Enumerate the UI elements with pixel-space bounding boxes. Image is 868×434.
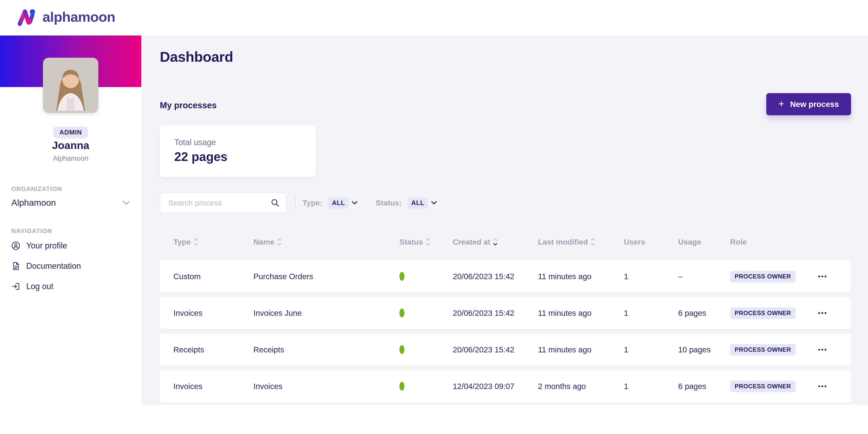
column-header-status[interactable]: Status (399, 238, 453, 246)
column-header-last-modified[interactable]: Last modified (538, 238, 624, 246)
chevron-down-icon (122, 200, 130, 205)
status-filter-value[interactable]: ALL (408, 197, 428, 209)
total-usage-value: 22 pages (174, 149, 316, 164)
cell-type: Receipts (174, 345, 253, 354)
sidebar-item-label: Documentation (26, 261, 81, 271)
search-icon[interactable] (271, 198, 280, 207)
status-active-icon (399, 345, 404, 354)
row-actions-menu-icon[interactable] (816, 309, 828, 317)
cell-type: Custom (174, 272, 253, 281)
cell-users: 1 (624, 382, 678, 391)
search-box[interactable] (160, 193, 286, 213)
cell-name: Receipts (253, 345, 399, 354)
brand-logo[interactable]: alphamoon (17, 7, 115, 26)
type-filter-value[interactable]: ALL (328, 197, 348, 209)
sort-icon-active-desc[interactable] (493, 238, 498, 246)
document-icon (11, 261, 20, 271)
row-actions-menu-icon[interactable] (816, 272, 828, 281)
organization-section-label: ORGANIZATION (11, 186, 62, 193)
role-badge: PROCESS OWNER (730, 344, 796, 355)
sidebar-item-label: Your profile (26, 241, 67, 250)
user-circle-icon (11, 241, 20, 250)
row-actions-menu-icon[interactable] (816, 346, 828, 354)
cell-name: Purchase Orders (253, 272, 399, 281)
main-content: Dashboard My processes + New process Tot… (142, 35, 868, 405)
avatar[interactable] (43, 58, 98, 113)
chevron-down-icon[interactable] (431, 201, 437, 205)
cell-created-at: 20/06/2023 15:42 (453, 345, 538, 354)
role-badge: PROCESS OWNER (730, 271, 796, 282)
role-badge: PROCESS OWNER (730, 381, 796, 392)
table-row[interactable]: Invoices Invoices June 20/06/2023 15:42 … (160, 297, 851, 329)
table-row[interactable]: Invoices Invoices 12/04/2023 09:07 2 mon… (160, 370, 851, 402)
row-actions-menu-icon[interactable] (816, 382, 828, 391)
avatar-image (43, 58, 98, 113)
cell-last-modified: 2 months ago (538, 382, 624, 391)
new-process-button[interactable]: + New process (766, 93, 851, 115)
sort-icon[interactable] (277, 238, 282, 246)
cell-last-modified: 11 minutes ago (538, 309, 624, 318)
sidebar-item-your-profile[interactable]: Your profile (11, 239, 67, 252)
column-header-role: Role (730, 238, 805, 246)
total-usage-label: Total usage (174, 138, 316, 147)
sidebar-item-log-out[interactable]: Log out (11, 280, 53, 293)
column-header-usage: Usage (678, 238, 730, 246)
sort-icon[interactable] (426, 238, 430, 246)
cell-last-modified: 11 minutes ago (538, 272, 624, 281)
alphamoon-logo-icon (17, 7, 38, 26)
cell-type: Invoices (174, 382, 253, 391)
brand-name: alphamoon (42, 9, 115, 25)
sidebar-item-label: Log out (26, 282, 53, 291)
cell-users: 1 (624, 309, 678, 318)
filter-divider (295, 195, 296, 210)
chevron-down-icon[interactable] (352, 201, 358, 205)
organization-value: Alphamoon (11, 198, 56, 208)
sort-icon[interactable] (193, 238, 198, 246)
cell-usage: 6 pages (678, 382, 730, 391)
column-header-type[interactable]: Type (174, 238, 253, 246)
total-usage-card: Total usage 22 pages (160, 125, 316, 177)
status-active-icon (399, 272, 404, 281)
cell-name: Invoices (253, 382, 399, 391)
status-active-icon (399, 382, 404, 391)
column-header-users: Users (624, 238, 678, 246)
filter-row: Type: ALL Status: ALL (160, 193, 437, 213)
cell-usage: – (678, 272, 730, 281)
user-organization: Alphamoon (0, 154, 141, 162)
table-row[interactable]: Receipts Receipts 20/06/2023 15:42 11 mi… (160, 334, 851, 366)
cell-created-at: 20/06/2023 15:42 (453, 309, 538, 318)
logout-icon (11, 282, 20, 291)
sidebar: ADMIN Joanna Alphamoon ORGANIZATION Alph… (0, 35, 141, 434)
cell-users: 1 (624, 272, 678, 281)
admin-role-badge: ADMIN (53, 127, 88, 138)
plus-icon: + (778, 99, 784, 109)
my-processes-heading: My processes (160, 101, 217, 110)
search-input[interactable] (168, 198, 271, 207)
cell-last-modified: 11 minutes ago (538, 345, 624, 354)
sort-icon[interactable] (591, 238, 595, 246)
navigation-section-label: NAVIGATION (11, 228, 52, 235)
column-header-name[interactable]: Name (253, 238, 399, 246)
cell-users: 1 (624, 345, 678, 354)
table-header: Type Name Status Created at (160, 234, 851, 250)
cell-name: Invoices June (253, 309, 399, 318)
column-header-created-at[interactable]: Created at (453, 238, 538, 246)
cell-created-at: 12/04/2023 09:07 (453, 382, 538, 391)
top-header: alphamoon (0, 0, 868, 35)
cell-usage: 10 pages (678, 345, 730, 354)
type-filter-label: Type: (303, 198, 322, 207)
role-badge: PROCESS OWNER (730, 307, 796, 319)
cell-usage: 6 pages (678, 309, 730, 318)
sidebar-item-documentation[interactable]: Documentation (11, 260, 81, 272)
user-name: Joanna (0, 139, 141, 151)
page-title: Dashboard (160, 49, 233, 65)
status-active-icon (399, 309, 404, 317)
cell-type: Invoices (174, 309, 253, 318)
cell-created-at: 20/06/2023 15:42 (453, 272, 538, 281)
table-row[interactable]: Custom Purchase Orders 20/06/2023 15:42 … (160, 260, 851, 292)
status-filter-label: Status: (376, 198, 402, 207)
organization-selector[interactable]: Alphamoon (11, 196, 130, 209)
new-process-label: New process (790, 100, 839, 109)
